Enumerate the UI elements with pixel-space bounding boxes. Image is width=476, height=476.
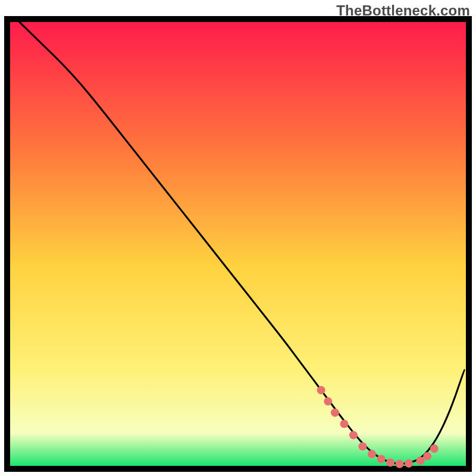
- marker-point: [430, 444, 439, 453]
- marker-point: [405, 459, 413, 468]
- marker-point: [377, 455, 386, 463]
- marker-point: [386, 458, 394, 466]
- chart-svg: [0, 0, 476, 476]
- marker-point: [396, 460, 404, 468]
- marker-point: [416, 456, 425, 465]
- marker-point: [340, 419, 349, 428]
- plot-background: [7, 19, 469, 469]
- marker-point: [368, 450, 376, 458]
- marker-point: [324, 397, 332, 406]
- marker-point: [317, 386, 325, 394]
- chart-stage: TheBottleneck.com: [0, 0, 476, 476]
- marker-point: [349, 431, 358, 439]
- marker-point: [331, 409, 339, 417]
- marker-point: [423, 452, 431, 461]
- marker-point: [359, 442, 367, 450]
